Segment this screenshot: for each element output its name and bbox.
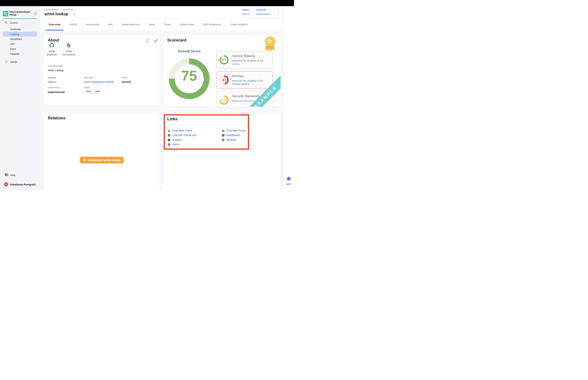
metric-name: Service Maturity	[232, 54, 255, 58]
gold-tier-line2: Tier	[268, 41, 272, 43]
relations-node-label: component:artist-lookup	[88, 158, 121, 162]
owner-field-value[interactable]: team-a	[48, 80, 56, 83]
admin-label: Admin	[10, 60, 18, 63]
favorite-star-icon[interactable]	[73, 13, 76, 16]
metric-service-maturity[interactable]: 87 Service Maturity Measures the reliabi…	[216, 51, 273, 69]
globe-icon	[222, 138, 225, 141]
relations-title: Relations	[48, 116, 65, 120]
tab-docs[interactable]: Docs	[144, 18, 160, 30]
metric-description: Measures the reliability of this service	[232, 59, 271, 66]
top-black-bar	[0, 0, 294, 6]
sidebar-item-admin[interactable]: Admin	[0, 59, 40, 64]
document-icon	[67, 43, 71, 48]
globe-icon	[168, 143, 171, 146]
link-label: Example Group	[227, 129, 246, 132]
sidebar-item-help[interactable]: ? Help	[0, 173, 40, 178]
link-label: Dashboard	[227, 134, 240, 137]
lifecycle-label: Lifecycle	[256, 8, 269, 11]
svg-text:?: ?	[6, 174, 7, 175]
gear-icon	[5, 60, 8, 63]
link-label: Alerts	[172, 143, 179, 146]
internal-developer-portal-app: Internal Developer Portal Search Overvie…	[0, 0, 294, 190]
refresh-icon[interactable]	[145, 38, 150, 43]
dashboard-icon	[222, 134, 225, 137]
link-dashboard[interactable]: Dashboard	[222, 133, 240, 137]
sidebar-item-catalog[interactable]: Catalog	[3, 32, 37, 37]
tab-kubernetes[interactable]: Kubernetes	[175, 18, 199, 30]
github-icon	[50, 43, 54, 48]
scorecard-title: Scorecard	[167, 38, 187, 42]
tag-chip-data[interactable]: data	[93, 89, 102, 94]
portal-logo-icon	[3, 11, 8, 16]
relations-card: Relations component:artist-lookup	[44, 113, 160, 190]
portal-title: Internal Developer Portal	[10, 11, 31, 16]
type-field-label: TYPE	[122, 77, 127, 79]
system-field-value[interactable]: artist-engagement-portal	[84, 80, 114, 83]
page-title: artist-lookup	[45, 12, 68, 16]
tab-api[interactable]: API	[104, 18, 117, 30]
relations-node-component[interactable]: component:artist-lookup	[80, 157, 124, 163]
tab-todo[interactable]: Todo	[160, 18, 175, 30]
sidebar-item-search[interactable]: Search	[0, 20, 40, 25]
about-title: About	[48, 38, 59, 42]
view-techdocs-button[interactable]: VIEW TECHDOCS	[59, 43, 78, 57]
view-source-button[interactable]: VIEW SOURCE	[45, 43, 58, 57]
sidebar: Internal Developer Portal Search Overvie…	[0, 6, 40, 190]
metric-score: 87	[219, 55, 229, 65]
tab-scorecard[interactable]: Scorecard	[81, 18, 103, 30]
right-rail: AIDA	[283, 6, 294, 190]
metric-devops[interactable]: 47 DevOps Measures the reliability of th…	[216, 71, 273, 89]
link-examples-users[interactable]: Examples Users	[168, 129, 192, 133]
brand-divider	[3, 18, 37, 19]
main-content: COMPONENT — SERVICE artist-lookup Owner …	[40, 6, 283, 190]
system-field-label: SYSTEM	[84, 77, 93, 79]
metric-name: DevOps	[232, 74, 244, 78]
tab-cicd[interactable]: CI/CD	[65, 18, 81, 30]
lifecycle-field-label: LIFECYCLE	[48, 87, 60, 89]
view-techdocs-line1: VIEW	[66, 50, 72, 53]
description-value: Artist Lookup	[48, 69, 64, 72]
app-grid-icon[interactable]	[34, 12, 38, 16]
link-website[interactable]: Website	[222, 138, 236, 142]
sidebar-item-workflows[interactable]: Workflows	[3, 37, 37, 41]
metric-name: Security Standards	[232, 94, 260, 98]
owner-meta: Owner team-a	[242, 8, 249, 16]
scorecard-card: Scorecard Gold Tier Overall Score 75	[163, 35, 281, 107]
link-label: Examples Users	[172, 129, 192, 132]
edit-pencil-icon[interactable]	[154, 38, 158, 43]
link-support[interactable]: Support	[168, 138, 182, 142]
tab-pull-requests[interactable]: Pull Requests	[199, 18, 226, 30]
aida-label: AIDA	[283, 183, 294, 185]
owner-value[interactable]: team-a	[242, 13, 249, 16]
sidebar-footer-divider	[3, 170, 37, 171]
link-alerts[interactable]: Alerts	[168, 142, 179, 147]
entity-tabs: Overview CI/CD Scorecard API Dependencie…	[40, 18, 283, 31]
links-title: Links	[167, 117, 177, 121]
link-example-group[interactable]: Example Group	[222, 129, 246, 133]
user-name: Debabrata Panigrahi	[10, 183, 36, 186]
tab-dependencies[interactable]: Dependencies	[117, 18, 144, 30]
lifecycle-meta: Lifecycle experimental	[256, 8, 269, 16]
owner-label: Owner	[242, 8, 249, 11]
lifecycle-field-value: experimental	[48, 91, 65, 94]
view-techdocs-line2: TECHDOCS	[62, 54, 76, 56]
type-field-value: service	[122, 80, 131, 83]
help-circle-icon	[168, 138, 171, 141]
sidebar-item-register[interactable]: Register	[3, 51, 37, 56]
tab-code-insights[interactable]: Code Insights	[226, 18, 252, 30]
aida-widget[interactable]: AIDA	[283, 176, 294, 185]
link-label: Link with Cloud Icon	[172, 134, 197, 137]
sidebar-item-api[interactable]: API	[3, 41, 37, 46]
tab-overview[interactable]: Overview	[44, 18, 65, 30]
help-chat-icon: ?	[5, 173, 8, 177]
sidebar-item-overview[interactable]: Overview	[3, 27, 37, 32]
sidebar-user[interactable]: DP Debabrata Panigrahi	[0, 182, 40, 188]
more-options-kebab-icon[interactable]	[277, 10, 280, 15]
tag-chip-java[interactable]: java	[84, 89, 93, 94]
entity-kicker: COMPONENT — SERVICE	[45, 9, 73, 11]
about-card: About VIEW SOURCE VIEW TECHDOCS	[44, 35, 160, 106]
chip-icon	[83, 158, 86, 162]
link-label: Website	[227, 138, 236, 141]
link-with-cloud-icon[interactable]: Link with Cloud Icon	[168, 133, 197, 137]
sidebar-item-docs[interactable]: Docs	[3, 46, 37, 51]
